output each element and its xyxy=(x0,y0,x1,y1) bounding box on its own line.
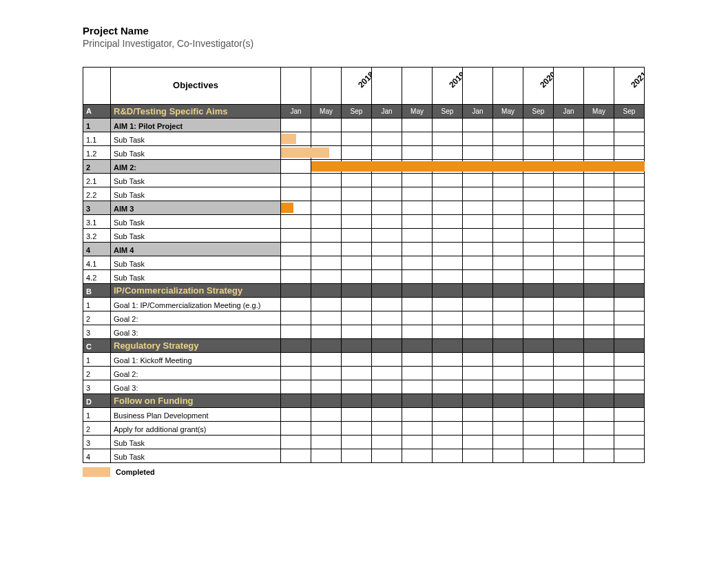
task-timeline xyxy=(281,311,645,325)
row-label: Regulatory Strategy xyxy=(111,339,281,353)
task-timeline xyxy=(281,146,645,160)
row-number: 2 xyxy=(83,160,111,174)
gantt-bar xyxy=(281,147,329,158)
row-number: 4.2 xyxy=(83,270,111,284)
row-label: AIM 2: xyxy=(111,160,281,174)
row-label: Goal 3: xyxy=(111,380,281,394)
row-number: 4 xyxy=(83,449,111,463)
gantt-bar xyxy=(311,161,645,172)
row-number: 2 xyxy=(83,367,111,380)
task-timeline xyxy=(281,298,645,311)
year-label: 2019 xyxy=(448,70,463,90)
year-header-cell xyxy=(311,68,342,105)
row-number: 1 xyxy=(83,353,111,367)
row-label: Goal 2: xyxy=(111,367,281,380)
page-subtitle: Principal Investigator, Co-Investigator(… xyxy=(83,38,728,49)
row-number: C xyxy=(83,339,111,353)
aim-row: 4AIM 4 xyxy=(83,243,645,256)
row-label: Follow on Funding xyxy=(111,394,281,408)
task-timeline xyxy=(281,367,645,380)
section-row: BIP/Commercialization Strategy xyxy=(83,284,645,298)
row-number: 1.2 xyxy=(83,146,111,160)
task-timeline xyxy=(281,353,645,367)
row-number: 3 xyxy=(83,380,111,394)
row-label: Sub Task xyxy=(111,215,281,229)
year-header-cell: 2020 xyxy=(523,68,554,105)
row-label: IP/Commercialization Strategy xyxy=(111,284,281,298)
row-number: 1.1 xyxy=(83,132,111,146)
year-header-cell: 2019 xyxy=(433,68,463,105)
year-header-cell xyxy=(584,68,614,105)
row-number: 1 xyxy=(83,408,111,422)
year-header-cell xyxy=(493,68,523,105)
header-blank xyxy=(83,68,111,105)
gantt-bar xyxy=(281,134,296,144)
row-number: 2 xyxy=(83,311,111,325)
month-header: Sep xyxy=(614,105,645,119)
month-header: May xyxy=(493,105,523,119)
row-label: AIM 3 xyxy=(111,201,281,215)
task-timeline xyxy=(281,132,645,146)
task-timeline xyxy=(281,174,645,187)
month-header: Jan xyxy=(372,105,402,119)
section-row: CRegulatory Strategy xyxy=(83,339,645,353)
row-label: Apply for additional grant(s) xyxy=(111,422,281,436)
task-timeline xyxy=(281,215,645,229)
row-number: 2 xyxy=(83,422,111,436)
task-timeline xyxy=(281,380,645,394)
task-timeline xyxy=(281,270,645,284)
row-label: Sub Task xyxy=(111,270,281,284)
month-header: Sep xyxy=(433,105,463,119)
row-number: 3.1 xyxy=(83,215,111,229)
row-number: 3 xyxy=(83,325,111,339)
section-row: AR&D/Testing Specific AimsJanMaySepJanMa… xyxy=(83,105,645,119)
year-header-cell xyxy=(463,68,493,105)
month-header: May xyxy=(584,105,614,119)
row-label: Sub Task xyxy=(111,187,281,201)
task-row: 2Goal 2: xyxy=(83,311,645,325)
year-header-cell xyxy=(554,68,584,105)
row-number: B xyxy=(83,284,111,298)
legend-label: Completed xyxy=(116,468,155,476)
task-row: 4.2Sub Task xyxy=(83,270,645,284)
row-number: 3 xyxy=(83,436,111,449)
aim-row: 1AIM 1: Pilot Project xyxy=(83,119,645,132)
section-timeline-blank xyxy=(281,339,645,353)
objectives-header: Objectives xyxy=(111,68,281,105)
task-timeline xyxy=(281,119,645,132)
task-row: 1.1Sub Task xyxy=(83,132,645,146)
task-row: 1Business Plan Development xyxy=(83,408,645,422)
month-header: Jan xyxy=(463,105,493,119)
month-header: Sep xyxy=(523,105,554,119)
section-row: DFollow on Funding xyxy=(83,394,645,408)
task-timeline xyxy=(281,325,645,339)
month-header: Jan xyxy=(281,105,311,119)
row-number: A xyxy=(83,105,111,119)
task-timeline xyxy=(281,422,645,436)
task-row: 1Goal 1: Kickoff Meeting xyxy=(83,353,645,367)
task-row: 2.1Sub Task xyxy=(83,174,645,187)
gantt-bar xyxy=(281,203,293,213)
task-row: 1.2Sub Task xyxy=(83,146,645,160)
year-header-cell: 2021 xyxy=(614,68,645,105)
row-label: Sub Task xyxy=(111,174,281,187)
task-row: 4Sub Task xyxy=(83,449,645,463)
month-header: Jan xyxy=(554,105,584,119)
task-timeline xyxy=(281,436,645,449)
year-label: 2020 xyxy=(539,70,554,90)
row-number: 4 xyxy=(83,243,111,256)
row-number: 3 xyxy=(83,201,111,215)
task-row: 4.1Sub Task xyxy=(83,256,645,270)
year-label: 2021 xyxy=(630,70,645,90)
row-label: Sub Task xyxy=(111,229,281,243)
task-timeline xyxy=(281,243,645,256)
year-header-cell xyxy=(281,68,311,105)
task-row: 3.1Sub Task xyxy=(83,215,645,229)
header-row-years: Objectives 2018201920202021 xyxy=(83,68,645,105)
legend: Completed xyxy=(83,467,728,477)
task-row: 3.2Sub Task xyxy=(83,229,645,243)
task-row: 2Apply for additional grant(s) xyxy=(83,422,645,436)
row-label: AIM 4 xyxy=(111,243,281,256)
aim-row: 2AIM 2: xyxy=(83,160,645,174)
row-number: 2.1 xyxy=(83,174,111,187)
